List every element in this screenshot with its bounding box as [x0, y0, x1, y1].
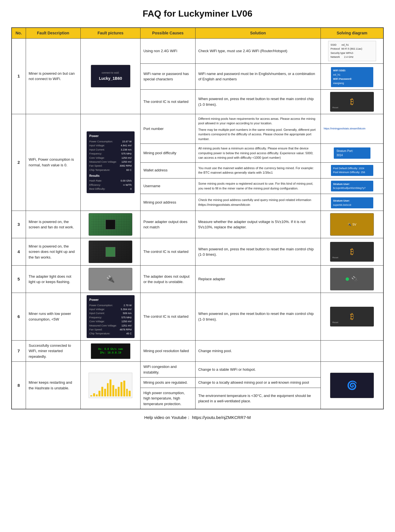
- user-diagram: Stratum User: bc1qsn80udljur00zn58eg7y7: [331, 181, 373, 192]
- row-no-8: 8: [12, 362, 26, 409]
- cause-2-2: Mining pool difficulty: [141, 144, 195, 163]
- solution-2-1: Different mining pools have requirements…: [195, 114, 321, 144]
- table-row: 7 Successfully connected to WiFi, miner …: [12, 340, 383, 362]
- header-solution: Solution: [195, 28, 321, 39]
- voltmeter-diagram: 🔌 5V: [330, 213, 374, 236]
- cause-1-2: WiFi name or password has special charac…: [141, 63, 195, 89]
- cause-1-3: The control IC is not started: [141, 89, 195, 114]
- table-row: 2 WiFi, Power consumption is normal, has…: [12, 114, 383, 144]
- diag-2-2: Stratum Port: 3014: [321, 144, 383, 163]
- difficulty-diagram: Pool Default Difficulty: 1024 Pool Minim…: [331, 165, 373, 176]
- row-fault-6: Miner runs with low power consumption, <…: [26, 293, 80, 341]
- wifi-ssid-diagram: WiFi SSID: xsl_h1 WiFi Password: xiaogia…: [331, 67, 373, 87]
- row-pic-2: Power Power Consumption:15.67 W Input Vo…: [80, 114, 140, 211]
- row-fault-1: Miner is powered on but can not connect …: [26, 39, 80, 114]
- row-no-6: 6: [12, 293, 26, 341]
- solution-6-1: When powered on, press the reset button …: [195, 293, 321, 341]
- solution-1-2: WiFi name and password must be in Englis…: [195, 63, 321, 89]
- graph-bar: [123, 381, 125, 396]
- row-no-1: 1: [12, 39, 26, 114]
- cause-1-1: Using non 2.4G WiFi: [141, 39, 195, 64]
- table-row: 8 Miner keeps restarting and the Hashrat…: [12, 362, 383, 378]
- wifi-info-diagram: SSID xsl_h1 Protocol Wi-Fi 5 (802.11ac) …: [328, 41, 376, 61]
- solution-2-3: You must use the mainnet wallet address …: [195, 162, 321, 178]
- cause-6-1: The control IC is not started: [141, 293, 195, 341]
- row-pic-6: Power Power Consumption:2.70 W Input Vol…: [80, 293, 140, 341]
- row-fault-2: WiFi, Power consumption is normal, hash …: [26, 114, 80, 211]
- table-row: 1 Miner is powered on but can not connec…: [12, 39, 383, 64]
- table-row: 6 Miner runs with low power consumption,…: [12, 293, 383, 341]
- row-pic-7: Hs: 0.0 Gh/s nam IPs: 10.0.0.19: [80, 340, 140, 362]
- diag-4-1: Reset ₿: [321, 238, 383, 266]
- diag-1-1: SSID xsl_h1 Protocol Wi-Fi 5 (802.11ac) …: [321, 39, 383, 64]
- solution-2-4: Some mining pools require a registered a…: [195, 178, 321, 194]
- small-screen-image: Hs: 0.0 Gh/s nam IPs: 10.0.0.19: [91, 343, 130, 359]
- cause-2-4: Username: [141, 178, 195, 194]
- reset-diagram-6: Reset ₿: [330, 307, 374, 326]
- row-fault-4: Miner is powered on, the screen does not…: [26, 238, 80, 266]
- graph-bar: [96, 394, 98, 396]
- diag-7-1: [321, 340, 383, 362]
- diag-2-1: https://miningpoolstats.stream/bitcoin: [321, 114, 383, 144]
- solution-1-1: Check WiFi type, must use 2.4G WiFi (Rou…: [195, 39, 321, 64]
- diag-2-5: Stratum User: super66.0x0x19: [321, 194, 383, 211]
- row-no-2: 2: [12, 114, 26, 211]
- solution-8-1: Change to a stable WiFi or hotspot.: [195, 362, 321, 378]
- cause-8-3: High power consumption, high temperature…: [141, 388, 195, 409]
- diag-2-4: Stratum User: bc1qsn80udljur00zn58eg7y7: [321, 178, 383, 194]
- user2-diagram: Stratum User: super66.0x0x19: [331, 197, 373, 208]
- row-pic-1: connect to ssid: Lucky_1B60: [80, 39, 140, 114]
- solution-8-3: The environment temperature is <30°C, an…: [195, 388, 321, 409]
- port-diagram: Stratum Port: 3014: [334, 147, 370, 159]
- cause-2-5: Mining pool address: [141, 194, 195, 211]
- row-no-5: 5: [12, 266, 26, 293]
- solution-2-5: Check the mining pool address carefully …: [195, 194, 321, 211]
- header-pic: Fault pictures: [80, 28, 140, 39]
- graph-bar: [120, 382, 122, 396]
- header-cause: Possible Causes: [141, 28, 195, 39]
- row-no-4: 4: [12, 238, 26, 266]
- row-pic-3: [80, 211, 140, 238]
- solution-7-1: Change mining pool.: [195, 340, 321, 362]
- row-no-7: 7: [12, 340, 26, 362]
- adapter-image: 🔌: [89, 268, 132, 290]
- row-no-3: 3: [12, 211, 26, 238]
- diag-2-3: Pool Default Difficulty: 1024 Pool Minim…: [321, 162, 383, 178]
- graph-image: [89, 373, 132, 398]
- table-row: 4 Miner is powered on, the screen does n…: [12, 238, 383, 266]
- cause-8-1: WiFi congestion and instability.: [141, 362, 195, 378]
- graph-bar: [101, 387, 103, 396]
- solution-2-2: All mining pools have a minimum access d…: [195, 144, 321, 163]
- cause-5-1: The adapter does not output or the outpu…: [141, 266, 195, 293]
- page-title: FAQ for Luckyminer LV06: [11, 8, 384, 19]
- circuit-image-4: [89, 240, 132, 263]
- row-fault-8: Miner keeps restarting and the Hashrate …: [26, 362, 80, 409]
- graph-bar: [90, 395, 92, 396]
- fan-icon: 🌀: [347, 379, 357, 392]
- faq-table: No. Fault Description Fault pictures Pos…: [11, 27, 384, 409]
- row-fault-5: The adapter light does not light up or k…: [26, 266, 80, 293]
- diag-8: 🌀: [321, 362, 383, 409]
- graph-bar: [109, 379, 111, 396]
- graph-bar: [104, 389, 106, 396]
- header-fault: Fault Description: [26, 28, 80, 39]
- footer: Help video on Youtube： https://youtu.be/…: [11, 415, 384, 420]
- header-no: No.: [12, 28, 26, 39]
- green-dot-icon: [346, 277, 349, 281]
- reset-diagram-1: Reset ₿: [330, 92, 374, 112]
- solution-1-3: When powered on, press the reset button …: [195, 89, 321, 114]
- graph-bar: [112, 385, 114, 396]
- cause-3-1: Power adapter output does not match: [141, 211, 195, 238]
- solution-4-1: When powered on, press the reset button …: [195, 238, 321, 266]
- cause-8-2: Mining pools are regulated.: [141, 378, 195, 388]
- graph-bar: [129, 391, 131, 396]
- row-pic-5: 🔌: [80, 266, 140, 293]
- diag-1-3: Reset ₿: [321, 89, 383, 114]
- circuit-image-3: [89, 213, 132, 236]
- cause-2-3: Wallet address: [141, 162, 195, 178]
- row-pic-4: [80, 238, 140, 266]
- graph-bar: [115, 389, 117, 396]
- diag-5-1: 🔌: [321, 266, 383, 293]
- fan-diagram: 🌀: [330, 373, 374, 398]
- graph-bar: [98, 391, 100, 396]
